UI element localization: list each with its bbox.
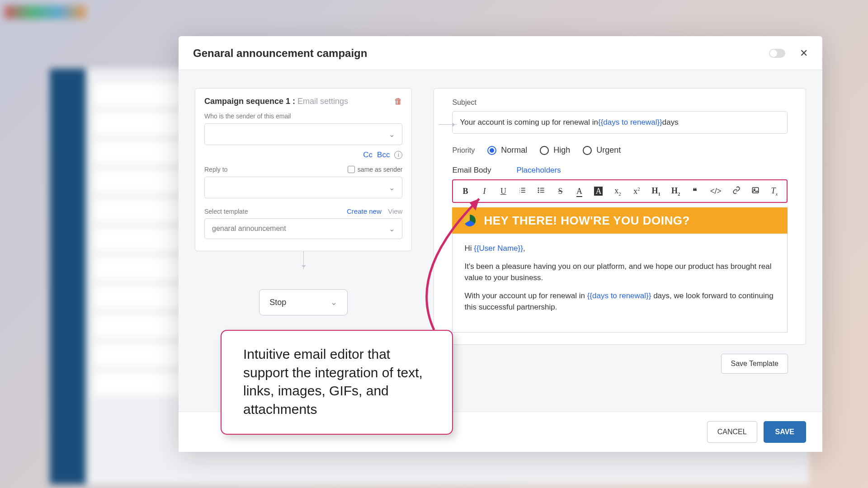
heading1-icon[interactable]: H1 xyxy=(651,186,660,197)
app-logo xyxy=(5,5,86,19)
tab-email-body[interactable]: Email Body xyxy=(452,166,491,175)
sender-label: Who is the sender of this email xyxy=(204,113,402,120)
email-body-editor[interactable]: Hi {{User Name}}, It's been a pleasure h… xyxy=(452,234,788,333)
cancel-button[interactable]: CANCEL xyxy=(707,421,757,443)
svg-point-0 xyxy=(538,188,539,188)
subscript-icon[interactable]: x2 xyxy=(613,186,622,197)
text-color-icon[interactable]: A xyxy=(575,187,583,196)
reply-to-label: Reply to xyxy=(204,166,227,173)
subject-label: Subject xyxy=(452,99,788,107)
link-icon[interactable] xyxy=(732,186,741,197)
save-template-button[interactable]: Save Template xyxy=(721,354,788,374)
bcc-link[interactable]: Bcc xyxy=(377,150,390,160)
code-icon[interactable]: </> xyxy=(710,187,722,196)
editor-toolbar: B I U S A A x2 x2 H1 H2 ❝ xyxy=(452,179,788,203)
chevron-down-icon: ⌄ xyxy=(330,297,337,307)
superscript-icon[interactable]: x2 xyxy=(632,186,641,196)
view-template-link[interactable]: View xyxy=(388,207,402,215)
close-icon[interactable]: ✕ xyxy=(800,47,808,59)
underline-icon[interactable]: U xyxy=(499,187,507,196)
template-label: Select template xyxy=(204,208,248,215)
ordered-list-icon[interactable] xyxy=(518,186,526,197)
stop-step[interactable]: Stop ⌄ xyxy=(259,289,348,315)
flow-connector xyxy=(303,251,304,269)
strikethrough-icon[interactable]: S xyxy=(556,187,564,196)
sequence-title: Campaign sequence 1 : Email settings xyxy=(204,97,348,106)
active-toggle[interactable] xyxy=(769,49,785,58)
tab-placeholders[interactable]: Placeholders xyxy=(516,166,561,175)
banner-logo-icon xyxy=(464,215,476,226)
create-new-template-link[interactable]: Create new xyxy=(347,207,382,215)
highlight-icon[interactable]: A xyxy=(594,187,603,196)
trash-icon[interactable]: 🗑 xyxy=(394,97,402,106)
priority-label: Priority xyxy=(452,146,475,155)
chevron-down-icon: ⌄ xyxy=(389,225,395,233)
connector-arrow xyxy=(439,124,457,125)
sender-select[interactable]: ⌄ xyxy=(204,123,402,145)
template-select[interactable]: genaral announcement ⌄ xyxy=(204,218,402,239)
save-button[interactable]: SAVE xyxy=(764,421,806,443)
email-settings-panel: Subject Your account is coming up for re… xyxy=(434,88,806,345)
image-icon[interactable] xyxy=(751,186,760,197)
sequence-card: Campaign sequence 1 : Email settings 🗑 W… xyxy=(195,88,412,251)
heading2-icon[interactable]: H2 xyxy=(671,186,680,197)
priority-high-radio[interactable]: High xyxy=(540,145,570,155)
svg-point-2 xyxy=(538,192,539,192)
bold-icon[interactable]: B xyxy=(461,187,469,196)
clear-format-icon[interactable]: Tx xyxy=(770,186,778,197)
banner-heading: HEY THERE! HOW'RE YOU DOING? xyxy=(484,214,689,228)
priority-normal-radio[interactable]: Normal xyxy=(487,145,527,155)
italic-icon[interactable]: I xyxy=(480,187,488,196)
modal-header: Genaral announcement campaign ✕ xyxy=(179,36,822,70)
subject-input[interactable]: Your account is coming up for renewal in… xyxy=(452,111,788,134)
svg-point-1 xyxy=(538,190,539,191)
chevron-down-icon: ⌄ xyxy=(389,183,395,192)
cc-link[interactable]: Cc xyxy=(363,150,373,160)
email-banner: HEY THERE! HOW'RE YOU DOING? xyxy=(452,207,788,234)
blockquote-icon[interactable]: ❝ xyxy=(691,186,699,196)
info-icon[interactable]: i xyxy=(394,151,402,159)
modal-title: Genaral announcement campaign xyxy=(193,47,367,60)
priority-urgent-radio[interactable]: Urgent xyxy=(583,145,621,155)
same-as-sender-checkbox[interactable]: same as sender xyxy=(348,166,403,173)
feature-callout: Intuitive email editor that support the … xyxy=(221,330,453,435)
sidebar xyxy=(50,69,86,484)
unordered-list-icon[interactable] xyxy=(537,186,545,197)
svg-rect-3 xyxy=(752,188,759,193)
chevron-down-icon: ⌄ xyxy=(389,130,395,139)
reply-to-select[interactable]: ⌄ xyxy=(204,177,402,198)
